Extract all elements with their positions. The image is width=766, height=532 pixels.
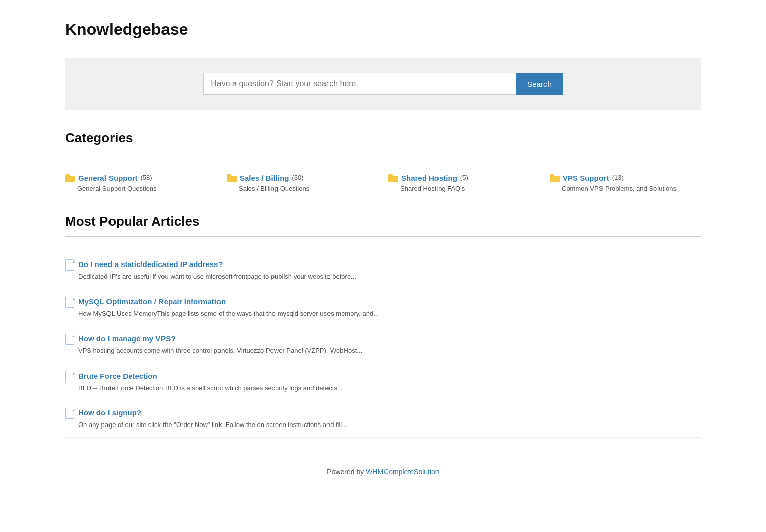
category-link-shared-hosting[interactable]: Shared Hosting (5): [388, 174, 539, 182]
category-name: Sales / Billing: [240, 174, 289, 182]
article-title-row: Do I need a static/dedicated IP address?: [65, 259, 701, 270]
article-summary: How MySQL Uses MemoryThis page lists som…: [78, 309, 701, 319]
article-title-row: How do I signup?: [65, 407, 701, 418]
article-icon: [65, 259, 74, 270]
articles-list: Do I need a static/dedicated IP address?…: [65, 247, 701, 453]
category-description: General Support Questions: [77, 184, 216, 193]
folder-icon: [388, 174, 398, 182]
article-summary: Dedicated IP's are useful if you want to…: [78, 272, 701, 282]
search-button[interactable]: Search: [516, 73, 563, 95]
article-link-2[interactable]: How do I manage my VPS?: [78, 334, 176, 343]
category-item-vps-support: VPS Support (13) Common VPS Problems, an…: [550, 174, 701, 193]
categories-title: Categories: [65, 125, 701, 153]
folder-icon: [227, 174, 237, 182]
search-section: Search: [65, 58, 701, 110]
article-item: MySQL Optimization / Repair Information …: [65, 289, 701, 327]
article-item: Brute Force Detection BFD -- Brute Force…: [65, 363, 701, 401]
article-item: How do I signup? On any page of our site…: [65, 400, 701, 438]
article-icon: [65, 334, 74, 344]
categories-divider: [65, 153, 701, 153]
category-name: Shared Hosting: [401, 174, 457, 182]
article-summary: BFD -- Brute Force Detection BFD is a sh…: [78, 383, 701, 393]
category-link-vps-support[interactable]: VPS Support (13): [550, 174, 701, 182]
article-title-row: How do I manage my VPS?: [65, 333, 701, 344]
category-link-general-support[interactable]: General Support (58): [65, 174, 216, 182]
category-count: (30): [292, 174, 304, 181]
category-count: (13): [612, 174, 624, 181]
article-title-row: Brute Force Detection: [65, 370, 701, 381]
category-name: General Support: [78, 174, 138, 182]
article-title-row: MySQL Optimization / Repair Information: [65, 296, 701, 307]
category-count: (5): [460, 174, 468, 181]
popular-articles-title: Most Popular Articles: [65, 208, 701, 236]
article-icon: [65, 371, 74, 381]
category-description: Common VPS Problems, and Solutions: [562, 184, 701, 193]
category-name: VPS Support: [563, 174, 609, 182]
header-divider: [65, 47, 701, 47]
categories-grid: General Support (58) General Support Que…: [65, 164, 701, 208]
footer-text: Powered by: [326, 468, 364, 476]
article-summary: VPS hosting accounts come with three con…: [78, 346, 701, 356]
article-link-4[interactable]: How do I signup?: [78, 408, 141, 417]
article-item: Do I need a static/dedicated IP address?…: [65, 252, 701, 289]
footer-link[interactable]: WHMCompleteSolution: [366, 468, 440, 476]
article-summary: On any page of our site click the "Order…: [78, 420, 701, 430]
article-link-3[interactable]: Brute Force Detection: [78, 371, 157, 380]
category-item-sales-billing: Sales / Billing (30) Sales / Billing Que…: [227, 174, 378, 193]
folder-icon: [550, 174, 560, 182]
folder-icon: [65, 174, 75, 182]
page-title: Knowledgebase: [65, 10, 701, 47]
category-description: Sales / Billing Questions: [239, 184, 378, 193]
footer: Powered by WHMCompleteSolution: [65, 453, 701, 486]
category-item-shared-hosting: Shared Hosting (5) Shared Hosting FAQ's: [388, 174, 539, 193]
category-item-general-support: General Support (58) General Support Que…: [65, 174, 216, 193]
category-count: (58): [141, 174, 152, 181]
category-link-sales-billing[interactable]: Sales / Billing (30): [227, 174, 378, 182]
article-link-1[interactable]: MySQL Optimization / Repair Information: [78, 297, 226, 306]
search-input[interactable]: [203, 73, 516, 95]
article-link-0[interactable]: Do I need a static/dedicated IP address?: [78, 260, 223, 269]
article-icon: [65, 408, 74, 418]
articles-divider: [65, 236, 701, 237]
category-description: Shared Hosting FAQ's: [400, 184, 539, 193]
article-item: How do I manage my VPS? VPS hosting acco…: [65, 326, 701, 363]
article-icon: [65, 297, 74, 307]
